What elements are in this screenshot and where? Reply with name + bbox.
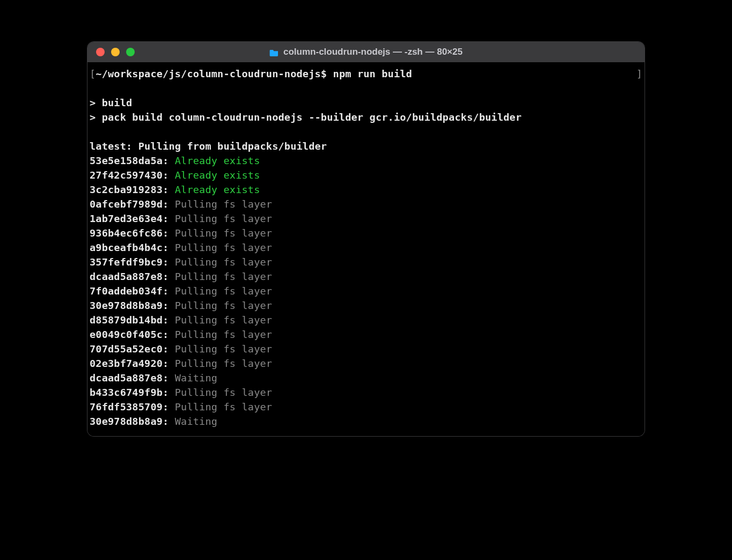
layer-hash: 936b4ec6fc86: [90, 227, 163, 239]
docker-layer-line: 30e978d8b8a9: Pulling fs layer: [90, 298, 642, 313]
docker-layer-line: 936b4ec6fc86: Pulling fs layer: [90, 226, 642, 240]
prompt-line: [~/workspace/js/column-cloudrun-nodejs$ …: [90, 67, 642, 81]
layer-colon: :: [163, 401, 175, 412]
layer-hash: 53e5e158da5a: [90, 155, 163, 166]
layer-status: Pulling fs layer: [175, 343, 272, 355]
docker-layer-line: dcaad5a887e8: Waiting: [90, 371, 642, 385]
traffic-lights: [87, 48, 135, 56]
window-title-text: column-cloudrun-nodejs — -zsh — 80×25: [283, 47, 463, 57]
layer-hash: d85879db14bd: [90, 314, 163, 326]
layer-status: Pulling fs layer: [175, 358, 272, 369]
layer-hash: 27f42c597430: [90, 170, 163, 181]
prompt-open-bracket: [: [90, 68, 96, 79]
zoom-button[interactable]: [126, 48, 135, 56]
docker-layer-line: b433c6749f9b: Pulling fs layer: [90, 385, 642, 400]
layer-status: Pulling fs layer: [175, 256, 272, 268]
layer-colon: :: [163, 213, 175, 224]
layer-status: Pulling fs layer: [175, 329, 272, 340]
layer-colon: :: [163, 358, 175, 369]
layer-hash: b433c6749f9b: [90, 387, 163, 398]
layer-hash: 1ab7ed3e63e4: [90, 213, 163, 224]
layer-colon: :: [163, 285, 175, 297]
docker-layer-line: a9bceafb4b4c: Pulling fs layer: [90, 240, 642, 255]
prompt-command: npm run build: [333, 68, 412, 79]
layer-status: Pulling fs layer: [175, 387, 272, 398]
layer-status: Waiting: [175, 416, 217, 427]
layer-hash: 7f0addeb034f: [90, 285, 163, 297]
window-titlebar[interactable]: column-cloudrun-nodejs — -zsh — 80×25: [87, 42, 645, 62]
layer-hash: e0049c0f405c: [90, 329, 163, 340]
docker-layer-line: 1ab7ed3e63e4: Pulling fs layer: [90, 211, 642, 226]
docker-layer-line: 02e3bf7a4920: Pulling fs layer: [90, 356, 642, 371]
layer-colon: :: [163, 256, 175, 268]
terminal-body[interactable]: [~/workspace/js/column-cloudrun-nodejs$ …: [87, 62, 645, 436]
docker-layer-line: dcaad5a887e8: Pulling fs layer: [90, 269, 642, 284]
docker-layer-line: 27f42c597430: Already exists: [90, 168, 642, 182]
layer-colon: :: [163, 300, 175, 311]
layer-hash: 02e3bf7a4920: [90, 358, 163, 369]
layer-colon: :: [163, 227, 175, 239]
layer-status: Pulling fs layer: [175, 300, 272, 311]
layer-status: Already exists: [175, 170, 260, 181]
docker-layer-line: 707d55a52ec0: Pulling fs layer: [90, 342, 642, 356]
layer-status: Already exists: [175, 155, 260, 166]
layer-status: Pulling fs layer: [175, 285, 272, 297]
layer-hash: dcaad5a887e8: [90, 372, 163, 384]
layer-colon: :: [163, 155, 175, 166]
layer-colon: :: [163, 372, 175, 384]
docker-pull-header: latest: Pulling from buildpacks/builder: [90, 139, 642, 153]
layer-hash: 3c2cba919283: [90, 184, 163, 195]
layer-colon: :: [163, 184, 175, 195]
layer-hash: a9bceafb4b4c: [90, 242, 163, 253]
close-button[interactable]: [96, 48, 105, 56]
prompt-path: ~/workspace/js/column-cloudrun-nodejs: [96, 68, 321, 79]
docker-layer-line: e0049c0f405c: Pulling fs layer: [90, 327, 642, 342]
folder-icon: [269, 48, 279, 56]
layer-status: Pulling fs layer: [175, 213, 272, 224]
layer-colon: :: [163, 314, 175, 326]
docker-layer-line: 7f0addeb034f: Pulling fs layer: [90, 284, 642, 298]
docker-layer-line: 357fefdf9bc9: Pulling fs layer: [90, 255, 642, 269]
layer-colon: :: [163, 416, 175, 427]
docker-layer-line: 76fdf5385709: Pulling fs layer: [90, 400, 642, 414]
layer-hash: 30e978d8b8a9: [90, 300, 163, 311]
docker-layer-line: 30e978d8b8a9: Waiting: [90, 414, 642, 429]
blank-line: [90, 124, 642, 139]
npm-script-echo: > pack build column-cloudrun-nodejs --bu…: [90, 110, 642, 124]
layer-hash: 30e978d8b8a9: [90, 416, 163, 427]
layer-status: Pulling fs layer: [175, 198, 272, 210]
layer-colon: :: [163, 242, 175, 253]
layer-status: Pulling fs layer: [175, 401, 272, 412]
layer-colon: :: [163, 170, 175, 181]
blank-line: [90, 81, 642, 95]
docker-layer-line: 53e5e158da5a: Already exists: [90, 153, 642, 168]
layer-hash: 0afcebf7989d: [90, 198, 163, 210]
layer-status: Already exists: [175, 184, 260, 195]
layer-status: Pulling fs layer: [175, 271, 272, 282]
docker-layer-line: 3c2cba919283: Already exists: [90, 182, 642, 197]
window-title: column-cloudrun-nodejs — -zsh — 80×25: [87, 47, 645, 57]
docker-layer-line: 0afcebf7989d: Pulling fs layer: [90, 197, 642, 211]
layer-hash: 76fdf5385709: [90, 401, 163, 412]
layer-colon: :: [163, 271, 175, 282]
layer-hash: 707d55a52ec0: [90, 343, 163, 355]
npm-script-echo: > build: [90, 95, 642, 110]
layer-hash: 357fefdf9bc9: [90, 256, 163, 268]
layer-hash: dcaad5a887e8: [90, 271, 163, 282]
minimize-button[interactable]: [111, 48, 120, 56]
layer-colon: :: [163, 329, 175, 340]
prompt-sigil: $: [321, 68, 327, 79]
layer-colon: :: [163, 387, 175, 398]
docker-layer-line: d85879db14bd: Pulling fs layer: [90, 313, 642, 327]
layer-colon: :: [163, 343, 175, 355]
layer-colon: :: [163, 198, 175, 210]
layer-status: Pulling fs layer: [175, 227, 272, 239]
layer-status: Waiting: [175, 372, 217, 384]
prompt-close-bracket: ]: [636, 67, 642, 81]
layer-status: Pulling fs layer: [175, 314, 272, 326]
terminal-window: column-cloudrun-nodejs — -zsh — 80×25 [~…: [87, 42, 645, 436]
layer-status: Pulling fs layer: [175, 242, 272, 253]
